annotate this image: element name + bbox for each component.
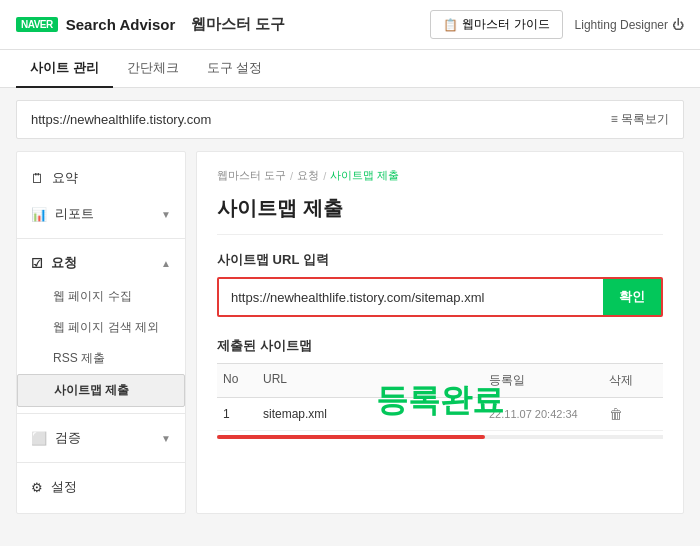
sidebar-item-request-label: 요청 [51,254,77,272]
sidebar-sub-rss-submit[interactable]: RSS 제출 [17,343,185,374]
naver-logo: NAVER [16,17,58,32]
breadcrumb-sep2: / [323,170,326,182]
breadcrumb-part1: 웹마스터 도구 [217,168,286,183]
sidebar-sub-sitemap-submit[interactable]: 사이트맵 제출 [17,374,185,407]
breadcrumb-current: 사이트맵 제출 [330,168,399,183]
sidebar-item-verify[interactable]: ⬜ 검증 ▼ [17,420,185,456]
site-url-bar: https://newhealthlife.tistory.com ≡ 목록보기 [16,100,684,139]
cell-delete[interactable]: 🗑 [603,404,663,424]
header-title-main: Search Advisor [66,16,176,33]
sidebar-sub-webpage-search-except[interactable]: 웹 페이지 검색 제외 [17,312,185,343]
progress-bar-container [217,435,663,439]
cell-no: 1 [217,405,257,423]
tab-tool-settings[interactable]: 도구 설정 [193,50,277,88]
sidebar-item-report-label: 리포트 [55,205,94,223]
cell-date: 22.11.07 20:42:34 [483,406,603,422]
summary-icon: 🗒 [31,171,44,186]
guide-icon: 📋 [443,18,458,32]
tab-quick-check[interactable]: 간단체크 [113,50,193,88]
content-panel: 웹마스터 도구 / 요청 / 사이트맵 제출 사이트맵 제출 사이트맵 URL … [196,151,684,514]
list-view-button[interactable]: ≡ 목록보기 [611,111,669,128]
tab-site-management[interactable]: 사이트 관리 [16,50,113,88]
sidebar-item-summary-label: 요약 [52,169,78,187]
header-left: NAVER Search Advisor 웹마스터 도구 [16,15,285,34]
request-icon: ☑ [31,256,43,271]
confirm-button[interactable]: 확인 [603,279,661,315]
table-header: No URL 등록일 삭제 [217,363,663,398]
tabs-bar: 사이트 관리 간단체크 도구 설정 [0,50,700,88]
col-header-date: 등록일 [483,370,603,391]
sidebar-item-verify-label: 검증 [55,429,81,447]
cell-url: sitemap.xml [257,405,483,423]
chevron-down-icon2: ▼ [161,433,171,444]
header: NAVER Search Advisor 웹마스터 도구 📋 웹마스터 가이드 … [0,0,700,50]
sidebar-divider [17,238,185,239]
url-input-section-title: 사이트맵 URL 입력 [217,251,663,269]
sidebar: 🗒 요약 📊 리포트 ▼ ☑ 요청 ▲ 웹 페이지 수집 웹 페이지 검색 제외… [16,151,186,514]
breadcrumb-part2: 요청 [297,168,319,183]
site-url-text: https://newhealthlife.tistory.com [31,112,211,127]
page-title: 사이트맵 제출 [217,195,663,235]
user-name-text: Lighting Designer [575,18,668,32]
breadcrumb: 웹마스터 도구 / 요청 / 사이트맵 제출 [217,168,663,183]
submitted-section-title: 제출된 사이트맵 [217,337,663,355]
sidebar-item-settings-label: 설정 [51,478,77,496]
table-row: 1 sitemap.xml 22.11.07 20:42:34 🗑 [217,398,663,431]
chevron-down-icon: ▼ [161,209,171,220]
sidebar-item-settings[interactable]: ⚙ 설정 [17,469,185,505]
sidebar-sub-webpage-collect[interactable]: 웹 페이지 수집 [17,281,185,312]
progress-bar-fill [217,435,485,439]
sidebar-item-report[interactable]: 📊 리포트 ▼ [17,196,185,232]
sitemap-url-input[interactable] [219,279,603,315]
user-name[interactable]: Lighting Designer ⏻ [575,18,684,32]
chevron-up-icon: ▲ [161,258,171,269]
verify-icon: ⬜ [31,431,47,446]
sidebar-divider2 [17,413,185,414]
table-container: 등록완료 No URL 등록일 삭제 1 sitemap.xml 22.11.0… [217,363,663,439]
col-header-no: No [217,370,257,391]
sidebar-item-summary[interactable]: 🗒 요약 [17,160,185,196]
url-input-area: 확인 [217,277,663,317]
header-right: 📋 웹마스터 가이드 Lighting Designer ⏻ [430,10,684,39]
webmaster-guide-button[interactable]: 📋 웹마스터 가이드 [430,10,562,39]
col-header-url: URL [257,370,483,391]
power-icon: ⏻ [672,18,684,32]
guide-btn-label: 웹마스터 가이드 [462,16,549,33]
col-header-delete: 삭제 [603,370,663,391]
header-title-sub: 웹마스터 도구 [191,15,285,34]
settings-icon: ⚙ [31,480,43,495]
sidebar-item-request[interactable]: ☑ 요청 ▲ [17,245,185,281]
main-area: 🗒 요약 📊 리포트 ▼ ☑ 요청 ▲ 웹 페이지 수집 웹 페이지 검색 제외… [16,151,684,514]
breadcrumb-sep1: / [290,170,293,182]
report-icon: 📊 [31,207,47,222]
sidebar-divider3 [17,462,185,463]
